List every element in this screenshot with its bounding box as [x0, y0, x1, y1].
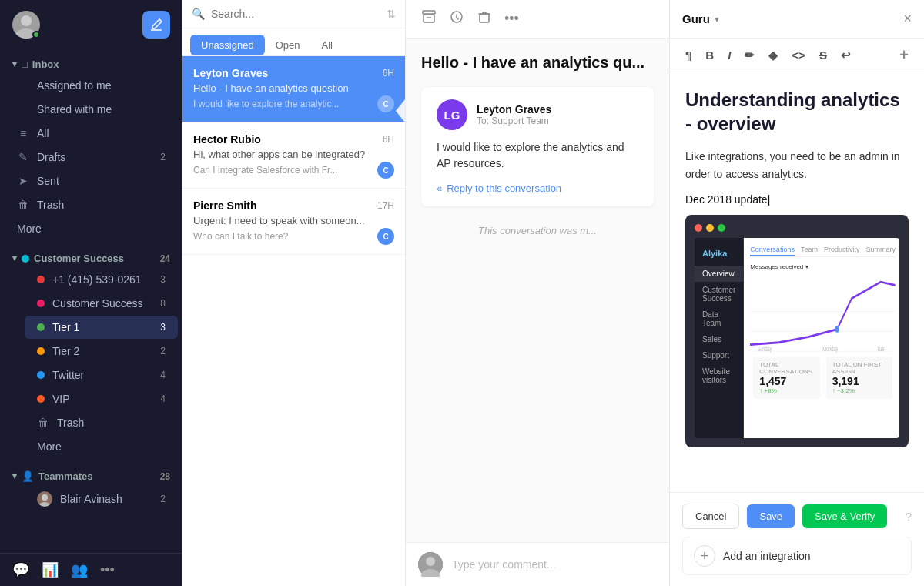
undo-tool[interactable]: ↩: [838, 47, 854, 64]
blair-count: 2: [160, 494, 166, 504]
stat2-label: TOTAL ON FIRST ASSIGN: [832, 361, 886, 375]
stat-total-conversations: TOTAL CONVERSATIONS 1,457 ↑ +8%: [753, 357, 819, 399]
chart-footer-icon[interactable]: 📊: [42, 561, 59, 578]
conv-avatar-2: C: [377, 228, 394, 245]
conversation-item-2[interactable]: Pierre Smith 17H Urgent: I need to speak…: [182, 189, 405, 255]
sidebar-item-cs-trash[interactable]: 🗑 Trash: [25, 411, 178, 434]
sent-label: Sent: [37, 175, 166, 187]
customer-success-group-header[interactable]: ▾ Customer Success 24: [0, 246, 182, 267]
code-tool[interactable]: <>: [788, 47, 808, 63]
svg-text:Sunday: Sunday: [758, 345, 772, 353]
conversation-title: Hello - I have an analytics qu...: [421, 54, 654, 72]
strikethrough-tool[interactable]: S: [816, 47, 830, 63]
cs-count: 24: [160, 253, 170, 264]
tab-unassigned[interactable]: Unassigned: [190, 35, 265, 55]
user-avatar[interactable]: [12, 11, 40, 39]
kp-header: Guru ▾ ×: [670, 0, 924, 39]
sidebar-item-cs-more[interactable]: More: [25, 435, 178, 458]
conv-msg1-1: Hi, what other apps can be integrated?: [193, 149, 394, 160]
sidebar-navigation: ▾ □ Inbox Assigned to me Shared with me …: [0, 49, 182, 553]
sort-icon[interactable]: ⇅: [387, 8, 396, 20]
conversation-main: ••• Hello - I have an analytics qu... LG…: [406, 0, 670, 586]
blair-label: Blair Avinash: [60, 493, 152, 505]
chart-area: Sunday Monday Tue: [750, 276, 896, 353]
conversation-item-1[interactable]: Hector Rubio 6H Hi, what other apps can …: [182, 122, 405, 189]
kp-update-label: Dec 2018 update|: [685, 193, 909, 206]
sidebar-item-drafts[interactable]: ✎ Drafts 2: [5, 146, 178, 169]
chart-label: Messages received ▾: [750, 263, 896, 270]
compose-button[interactable]: [142, 11, 170, 39]
italic-tool[interactable]: I: [725, 47, 734, 63]
inbox-icon: □: [22, 59, 28, 70]
sidebar-item-sent[interactable]: ➤ Sent: [5, 169, 178, 193]
sidebar-item-vip[interactable]: VIP 4: [25, 387, 178, 410]
chart-tab-summary: Summary: [865, 244, 896, 256]
conv-msg1-0: Hello - I have an analytics question: [193, 82, 394, 94]
cs-group-label: Customer Success: [34, 253, 156, 264]
trash-icon: 🗑: [17, 199, 29, 211]
delete-icon[interactable]: [477, 9, 492, 28]
save-verify-button[interactable]: Save & Verify: [802, 504, 887, 528]
comment-input[interactable]: Type your comment...: [452, 558, 657, 571]
kp-close-button[interactable]: ×: [903, 11, 912, 27]
add-integration-icon: +: [694, 545, 715, 567]
sender-name: Leyton Graves: [477, 103, 551, 116]
sidebar-item-tier2[interactable]: Tier 2 2: [25, 340, 178, 363]
reply-link[interactable]: « Reply to this conversation: [437, 182, 638, 194]
sidebar-item-assigned[interactable]: Assigned to me: [25, 74, 178, 97]
archive-icon[interactable]: [421, 9, 437, 28]
svg-point-0: [21, 15, 32, 26]
search-input[interactable]: [211, 8, 380, 20]
save-button[interactable]: Save: [747, 504, 795, 528]
sidebar-item-twitter[interactable]: Twitter 4: [25, 363, 178, 387]
conversation-item-0[interactable]: Leyton Graves 6H Hello - I have an analy…: [182, 56, 405, 122]
sender-avatar: LG: [437, 99, 467, 130]
conversation-toolbar: •••: [406, 0, 669, 39]
app-screenshot-frame: Alyika Overview Customer Success Data Te…: [695, 238, 899, 438]
conv-avatar-1: C: [377, 162, 394, 179]
add-tool[interactable]: +: [896, 45, 912, 65]
tab-open[interactable]: Open: [265, 35, 311, 55]
highlight-tool[interactable]: ◆: [765, 47, 781, 64]
chevron-down-icon: ▾: [12, 59, 17, 69]
bold-tool[interactable]: B: [702, 47, 717, 63]
kp-dropdown-icon[interactable]: ▾: [715, 14, 719, 25]
assigned-label: Assigned to me: [37, 79, 166, 92]
drafts-label: Drafts: [37, 151, 152, 163]
sidebar-item-cs-inbox[interactable]: Customer Success 8: [25, 292, 178, 315]
clock-icon[interactable]: [449, 9, 464, 28]
people-footer-icon[interactable]: 👥: [71, 561, 88, 578]
all-label: All: [37, 127, 166, 139]
kp-stats: TOTAL CONVERSATIONS 1,457 ↑ +8% TOTAL ON…: [750, 353, 896, 402]
chat-footer-icon[interactable]: 💬: [12, 561, 29, 578]
add-integration-button[interactable]: + Add an integration: [682, 537, 912, 575]
tab-all[interactable]: All: [310, 35, 343, 55]
sidebar-item-tier1[interactable]: Tier 1 3: [25, 316, 178, 339]
paragraph-tool[interactable]: ¶: [682, 47, 695, 63]
kp-footer: Cancel Save Save & Verify ? + Add an int…: [670, 492, 924, 586]
sidebar-item-blair[interactable]: Blair Avinash 2: [25, 486, 178, 512]
sidebar-item-shared[interactable]: Shared with me: [25, 98, 178, 121]
search-bar: 🔍 ⇅: [182, 0, 405, 28]
cs-dot: [22, 255, 29, 263]
conv-avatar-0: C: [377, 95, 394, 112]
teammates-group-header[interactable]: ▾ 👤 Teammates 28: [0, 464, 182, 485]
kp-toolbar: ¶ B I ✏ ◆ <> S ↩ +: [670, 39, 924, 72]
kp-action-buttons: Cancel Save Save & Verify ?: [682, 504, 912, 529]
more-footer-icon[interactable]: •••: [100, 562, 115, 578]
inbox-group-header[interactable]: ▾ □ Inbox: [0, 52, 182, 73]
svg-rect-4: [423, 11, 435, 14]
more-icon[interactable]: •••: [504, 11, 519, 27]
cancel-button[interactable]: Cancel: [682, 504, 739, 529]
cs-trash-icon: 🗑: [37, 417, 49, 429]
sidebar-item-more-inbox[interactable]: More: [5, 217, 178, 240]
svg-point-14: [835, 326, 840, 333]
chart-tab-team: Team: [801, 244, 818, 256]
sidebar: ▾ □ Inbox Assigned to me Shared with me …: [0, 0, 182, 586]
sidebar-item-trash-inbox[interactable]: 🗑 Trash: [5, 193, 178, 216]
pen-tool[interactable]: ✏: [742, 47, 758, 64]
sidebar-item-all[interactable]: ≡ All: [5, 122, 178, 145]
app-nav: Alyika Overview Customer Success Data Te…: [695, 238, 744, 438]
sidebar-item-phone[interactable]: +1 (415) 539-0261 3: [25, 268, 178, 291]
help-icon[interactable]: ?: [906, 511, 912, 523]
